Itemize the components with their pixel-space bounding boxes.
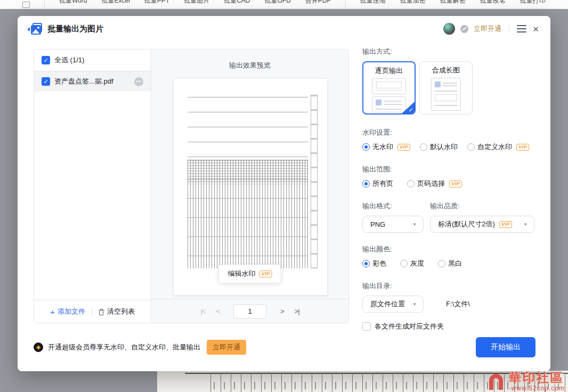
folder-checkbox[interactable] [362,322,371,331]
bg-toolbar-item: 批量Word [59,0,87,6]
header-divider [509,25,509,32]
batch-export-dialog: 批量输出为图片 立即开通 × 全选 (1/1) 资产盘点签...据.pdf ••… [18,16,550,371]
promo-text: 开通超级会员尊享无水印、自定义水印、批量输出 [48,342,200,352]
dialog-title: 批量输出为图片 [47,24,103,34]
add-file-button[interactable]: + 添加文件 [50,307,85,316]
watermark-option-default[interactable]: 默认水印 [420,142,458,152]
background-app-toolbar: 批量Word 批量Excel 批量PPT 批量图片 批量CAD 批量OFD 合并… [0,0,568,9]
vip-badge: VIP [449,181,462,187]
radio-icon [467,143,475,151]
site-name: 華印社區 [509,372,565,385]
vip-diamond-icon: ◆ [34,342,43,352]
bg-toolbar-item: 批量改名 [480,0,506,6]
radio-icon [407,180,415,187]
mode-illustration [372,78,406,94]
output-quality-label: 输出品质: [430,201,538,211]
user-avatar[interactable] [443,23,455,35]
bg-toolbar-item: 批量图片 [184,0,209,6]
file-more-icon[interactable]: ••• [134,77,143,86]
bg-toolbar-item: 批量OFD [264,0,290,6]
preview-panel: 输出效果预览 编辑水印 VIP |< < > >| [151,50,348,323]
bg-toolbar-item: 批量压缩 [360,0,386,6]
vip-badge: VIP [516,144,529,151]
bg-toolbar-item: 批量解密 [440,0,466,6]
footer-divider [92,308,92,315]
page-last-button[interactable]: >| [295,307,299,315]
per-file-folder-option[interactable]: 各文件生成对应文件夹 [362,322,538,331]
plus-icon: + [50,308,55,316]
chevron-down-icon: ▼ [412,302,417,307]
header-upgrade-link[interactable]: 立即开通 [474,24,501,34]
select-all-label: 全选 (1/1) [54,55,84,65]
range-option-all-pages[interactable]: 所有页 [362,179,393,189]
bg-toolbar-item: 批量PPT [144,0,169,6]
range-option-select-pages[interactable]: 页码选择 [407,179,445,189]
thumbnail-table-grid [188,160,308,268]
dialog-header: 批量输出为图片 立即开通 × [18,16,550,42]
radio-icon [420,143,427,151]
select-all-checkbox[interactable] [42,56,50,64]
site-logo-icon [487,374,506,392]
workspace: 全选 (1/1) 资产盘点签...据.pdf ••• + 添加文件 清空列表 [34,49,349,323]
output-format-label: 输出格式: [362,201,430,211]
radio-icon [362,260,370,267]
footer-upgrade-button[interactable]: 立即开通 [207,340,246,355]
color-option-bw[interactable]: 黑白 [438,259,462,268]
radio-icon [438,260,445,267]
file-panel-footer: + 添加文件 清空列表 [34,300,151,323]
dialog-footer: ◆ 开通超级会员尊享无水印、自定义水印、批量输出 立即开通 开始输出 [34,336,535,359]
preview-title: 输出效果预览 [151,61,348,70]
watermark-option-custom[interactable]: 自定义水印 [467,142,512,152]
color-option-gray[interactable]: 灰度 [400,259,424,268]
edit-watermark-button[interactable]: 编辑水印 VIP [219,265,280,283]
background-toolbar-icon [22,2,30,8]
start-export-button[interactable]: 开始输出 [476,337,535,357]
format-select[interactable]: PNG ▼ [362,216,424,233]
bg-toolbar-item: 合并PDF [305,0,331,6]
watermark-option-none[interactable]: 无水印 [362,142,393,152]
mode-option-long-image[interactable]: 合成长图 [419,61,473,115]
bg-toolbar-item: 批量加密 [400,0,426,6]
file-checkbox[interactable] [42,77,50,86]
radio-icon [362,143,370,151]
select-all-row: 全选 (1/1) [34,50,151,71]
watermark-setting-label: 水印设置: [362,128,538,137]
bg-toolbar-item: 批量CAD [224,0,250,6]
file-list-panel: 全选 (1/1) 资产盘点签...据.pdf ••• + 添加文件 清空列表 [34,50,151,323]
vip-badge: VIP [499,221,512,228]
directory-select[interactable]: 原文件位置 ▼ [362,296,424,313]
mode-illustration [431,78,461,111]
close-icon[interactable]: × [533,24,539,34]
mode-option-per-page[interactable]: 逐页输出 ✓ [362,61,416,115]
page-first-button[interactable]: |< [200,307,205,315]
radio-icon [362,180,370,187]
bg-toolbar-item: 批量打印 [520,0,546,6]
output-color-label: 输出颜色: [362,244,538,254]
thumbnail-table-header-lines [188,97,308,158]
page-number-input[interactable] [233,304,266,318]
color-option-color[interactable]: 彩色 [362,259,386,268]
file-list-item[interactable]: 资产盘点签...据.pdf ••• [34,71,151,92]
output-mode-label: 输出方式: [362,47,538,56]
toolbar-divider [345,0,346,9]
bg-toolbar-item: 批量Excel [101,0,129,6]
preview-pagination: |< < > >| [151,299,348,323]
site-watermark: 華印社區 -www.52cnp.com [487,372,565,392]
page-next-button[interactable]: > [280,307,284,315]
vip-badge: VIP [259,271,272,277]
export-settings-panel: 输出方式: 逐页输出 ✓ 合成长图 水印设置: 无水印 [362,47,538,331]
page-prev-button[interactable]: < [216,307,220,315]
directory-path: F:\文件\ [446,299,470,309]
radio-icon [400,260,408,267]
output-range-label: 输出范围: [362,165,538,174]
page-thumbnail [174,79,327,295]
chevron-down-icon: ▼ [412,222,417,227]
clear-list-button[interactable]: 清空列表 [99,307,135,316]
menu-icon[interactable] [517,25,526,32]
quality-select[interactable]: 标清(默认尺寸2倍) VIP ▼ [430,216,534,233]
trash-icon [99,309,104,315]
toolbar-divider [44,0,45,9]
file-name: 资产盘点签...据.pdf [54,77,130,86]
export-image-icon [29,23,42,35]
site-url: -www.52cnp.com [509,385,565,392]
